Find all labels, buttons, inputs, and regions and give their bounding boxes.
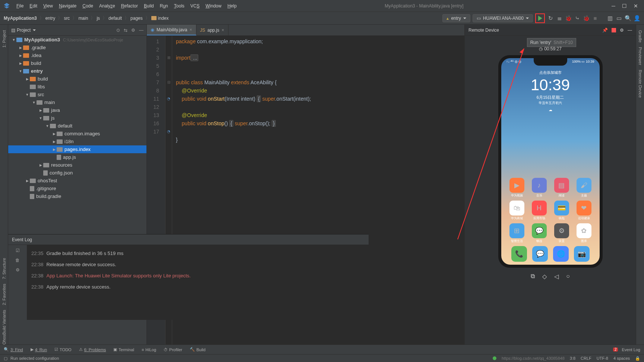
app-icon[interactable]: ❤运动健康 <box>575 201 593 220</box>
bb-find[interactable]: 🔍 3: Find <box>4 347 23 352</box>
app-icon[interactable]: ▶华为视频 <box>508 178 526 198</box>
menu-build[interactable]: Build <box>141 3 157 9</box>
tree-root[interactable]: ▼ MyApplication3 C:\Users\myj\DevEcoStud… <box>8 36 146 44</box>
tool-gradle[interactable]: Gradle <box>638 30 643 43</box>
breadcrumb-root[interactable]: MyApplication3 <box>4 16 37 21</box>
tree-item[interactable]: ▶build <box>8 75 146 83</box>
bb-todo[interactable]: ☑ TODO <box>54 347 72 352</box>
tool-remotedevice[interactable]: Remote Device <box>638 70 643 98</box>
menu-run[interactable]: Run <box>157 3 171 9</box>
cursor-pos[interactable]: 3:8 <box>570 356 575 361</box>
menu-view[interactable]: View <box>40 3 56 9</box>
tree-item[interactable]: build.gradle <box>8 192 146 200</box>
app-icon[interactable]: ♪音乐 <box>530 178 548 198</box>
breadcrumb-item[interactable]: default <box>108 16 122 21</box>
tree-item[interactable]: ▼js <box>8 114 146 122</box>
breadcrumb-item[interactable]: src <box>64 16 70 21</box>
collapse-icon[interactable]: ⇆ <box>124 28 127 33</box>
tree-item[interactable]: libs <box>8 83 146 91</box>
tree-item[interactable]: ▶common.images <box>8 130 146 138</box>
gear-icon[interactable]: ⚙ <box>620 28 624 33</box>
bb-problems[interactable]: ⚠ 6: Problems <box>79 347 106 352</box>
layout-icon[interactable]: ▥ <box>607 15 613 22</box>
tree-item[interactable]: config.json <box>8 169 146 177</box>
tool-structure[interactable]: 7: Structure <box>2 258 6 279</box>
app-icon[interactable]: 🖌主题 <box>575 178 593 198</box>
minimize-button[interactable]: ─ <box>612 3 615 9</box>
menu-code[interactable]: Code <box>79 3 96 9</box>
tree-item[interactable]: ▼src <box>8 91 146 98</box>
tree-item[interactable]: ▶build <box>8 59 146 67</box>
menu-refactor[interactable]: Refactor <box>118 3 141 9</box>
maximize-button[interactable]: ☐ <box>622 3 627 9</box>
tool-ohos[interactable]: OhosBuild Variants <box>2 310 6 344</box>
app-icon[interactable]: 🛍华为商城 <box>508 201 526 220</box>
indent[interactable]: 4 spaces <box>613 356 630 361</box>
settings-icon[interactable]: ⚙ <box>16 267 20 273</box>
encoding[interactable]: UTF-8 <box>597 356 608 361</box>
rerun-icon[interactable]: ↻ <box>547 15 554 22</box>
filter-icon[interactable]: ☑ <box>16 248 20 253</box>
menu-edit[interactable]: Edit <box>26 3 40 9</box>
tree-item[interactable]: ▼main <box>8 98 146 106</box>
run-button[interactable] <box>535 13 545 23</box>
attach-icon[interactable]: ⤷ <box>574 15 581 22</box>
close-icon[interactable]: × <box>189 27 192 32</box>
hide-icon[interactable]: — <box>139 28 143 33</box>
device-dropdown[interactable]: ▭HUAWEI ANA-AN00 <box>473 14 533 22</box>
app-icon[interactable]: 💳钱包 <box>553 201 571 220</box>
search-icon[interactable]: 🔍 <box>625 15 631 22</box>
gear-icon[interactable]: ⚙ <box>131 28 135 33</box>
coverage-icon[interactable]: ≣ <box>556 15 563 22</box>
trash-icon[interactable]: 🗑 <box>15 258 20 263</box>
lock-icon[interactable]: 🔒 <box>635 356 640 361</box>
menu-file[interactable]: File <box>13 3 26 9</box>
minimize-panel-icon[interactable]: — <box>628 28 632 33</box>
bb-profiler[interactable]: ⏱ Profiler <box>164 347 182 352</box>
breadcrumb-item[interactable]: index <box>158 16 169 21</box>
debug2-icon[interactable]: 🐞 <box>583 15 590 22</box>
tab-mainability[interactable]: ◉MainAbility.java× <box>147 25 196 35</box>
tree-item[interactable]: ▼entry <box>8 67 146 75</box>
tree-item[interactable]: ▶i18n <box>8 138 146 145</box>
close-button[interactable]: ✕ <box>634 3 638 9</box>
tab-appjs[interactable]: JSapp.js× <box>196 25 228 35</box>
menu-analyze[interactable]: Analyze <box>96 3 118 9</box>
target-icon[interactable]: ⊙ <box>116 28 120 33</box>
stop-icon[interactable]: ■ <box>592 15 599 22</box>
preview-icon[interactable]: ▭ <box>616 15 622 22</box>
app-icon[interactable]: H应用市场 <box>530 201 548 220</box>
app-icon[interactable]: ▤阅读 <box>553 178 571 198</box>
run-config-dropdown[interactable]: ▴entry <box>442 14 470 22</box>
bb-hilog[interactable]: ≡ HiLog <box>142 347 156 352</box>
menu-tools[interactable]: Tools <box>171 3 187 9</box>
menu-navigate[interactable]: Navigate <box>56 3 79 9</box>
pin-icon[interactable]: 📌 <box>602 28 608 33</box>
breadcrumb-item[interactable]: main <box>78 16 88 21</box>
tree-item[interactable]: app.js <box>8 153 146 161</box>
tool-previewer[interactable]: Previewer <box>638 47 643 65</box>
menu-window[interactable]: Window <box>202 3 224 9</box>
tree-item[interactable]: ▶.idea <box>8 51 146 59</box>
breadcrumb-item[interactable]: entry <box>45 16 56 21</box>
tree-item[interactable]: ▼default <box>8 122 146 130</box>
tool-project[interactable]: 1: Project <box>2 30 6 47</box>
bb-eventlog[interactable]: Event Log <box>622 347 640 352</box>
tree-item[interactable]: ▶.gradle <box>8 44 146 51</box>
breadcrumb-item[interactable]: js <box>97 16 100 21</box>
tree-item[interactable]: ▶pages.index <box>8 145 146 153</box>
breadcrumb-item[interactable]: pages <box>130 16 143 21</box>
eventlog-body[interactable]: 22:35Gradle build finished in 36 s 519 m… <box>27 245 369 320</box>
bb-run[interactable]: ▶ 4: Run <box>31 347 47 352</box>
stop-device-button[interactable] <box>612 28 616 32</box>
bb-terminal[interactable]: ▣ Terminal <box>113 347 134 352</box>
window-icon[interactable]: ▢ <box>4 356 7 361</box>
close-icon[interactable]: × <box>222 28 224 33</box>
debug-icon[interactable]: 🐞 <box>565 15 572 22</box>
bb-build[interactable]: 🔨 Build <box>190 347 205 352</box>
phone-screen[interactable]: ↑↓ ⁴ᴳ ◎ ◎100% ▭ 10:39 点击添加城市 10:39 6月15日… <box>501 58 600 265</box>
tree-item[interactable]: ▶ohosTest <box>8 177 146 185</box>
line-sep[interactable]: CRLF <box>581 356 591 361</box>
tool-favorites[interactable]: 2: Favorites <box>2 284 6 305</box>
tree-item[interactable]: ▶resources <box>8 161 146 169</box>
